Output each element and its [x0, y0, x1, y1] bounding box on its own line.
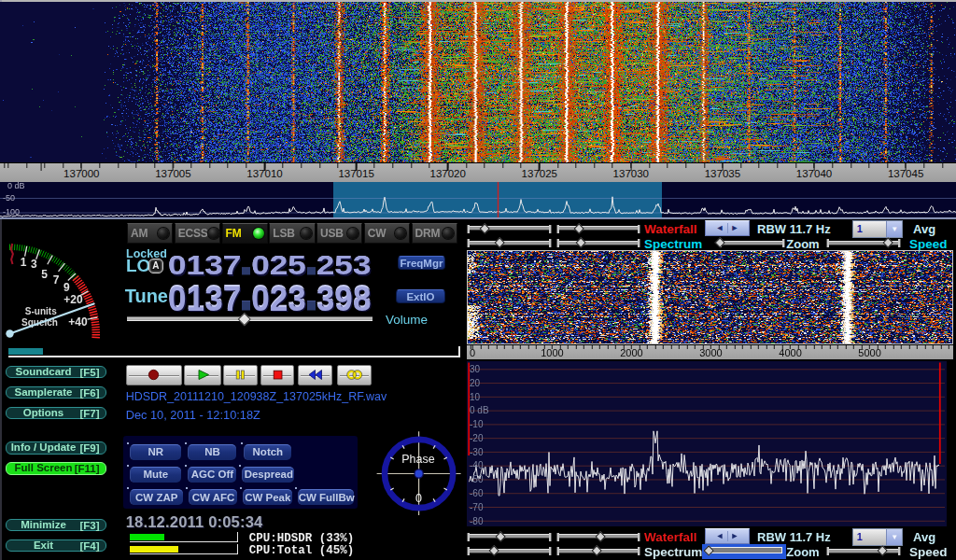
svg-text:+40: +40 [68, 315, 88, 329]
svg-text:1: 1 [21, 256, 27, 269]
svg-text:Phase: Phase [401, 453, 434, 466]
svg-text:3: 3 [31, 258, 37, 271]
svg-text:7: 7 [53, 273, 60, 287]
svg-text:+20: +20 [63, 293, 83, 306]
svg-text:0: 0 [415, 492, 422, 505]
svg-text:S-units: S-units [25, 306, 57, 316]
svg-text:5: 5 [41, 268, 48, 281]
